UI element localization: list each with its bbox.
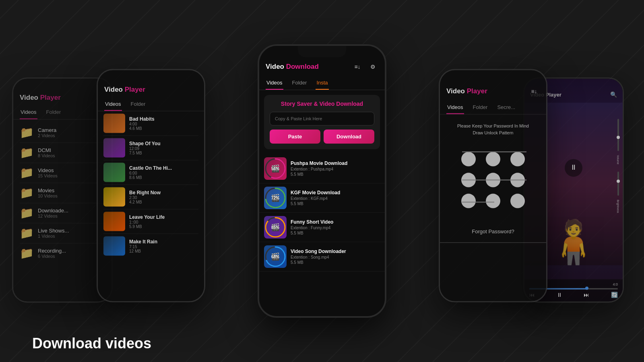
download-ext: Extention : Funny.mp4	[291, 226, 380, 230]
phone-notch	[298, 46, 346, 57]
list-item[interactable]: 🎬 85% Funny Short Video Extention : Funn…	[259, 213, 385, 242]
folder-count: 8 Videos	[38, 153, 55, 158]
list-item[interactable]: 🎬 56% Pushpa Movie Download Extention : …	[259, 154, 385, 183]
progress-ring-kgf: 🎬 72%	[264, 187, 287, 209]
gear-icon[interactable]: ⚙	[367, 61, 378, 72]
tab-folder-left1[interactable]: Folder	[130, 98, 147, 111]
replay-button[interactable]: 🔄	[611, 292, 618, 298]
sort-icon[interactable]: ≡↓	[352, 61, 363, 72]
video-thumb	[103, 163, 125, 182]
paste-button[interactable]: Paste	[270, 130, 320, 144]
pause-button[interactable]: ⏸	[565, 159, 582, 177]
video-name: Shape Of You	[129, 141, 198, 146]
video-name: Castle On The Hi...	[129, 165, 198, 171]
tab-secret-right1[interactable]: Secre...	[496, 101, 516, 114]
phone-left1-screen: Video Player Videos Folder Bad Habits 4:…	[98, 70, 204, 301]
sort-icon[interactable]: ≡↓	[528, 86, 540, 97]
download-button[interactable]: Download	[324, 130, 374, 144]
folder-icon: 📁	[20, 126, 34, 139]
brightness-label: Brightness	[617, 200, 619, 213]
download-name: Pushpa Movie Download	[291, 160, 380, 166]
download-size: 5.5 MB	[291, 202, 380, 206]
forgot-password-link[interactable]: Forgot Password?	[440, 220, 546, 243]
video-thumb	[103, 212, 125, 231]
progress-ring-song: 🎬 68%	[264, 245, 287, 268]
list-item[interactable]: Be Right Now 2:30 4.2 MB	[98, 185, 204, 209]
list-item[interactable]: Shape Of You 12:09 7.5 MB	[98, 136, 204, 160]
download-name: Funny Short Video	[291, 219, 380, 225]
pattern-dot-1[interactable]	[461, 152, 476, 167]
download-name: KGF Movie Download	[291, 190, 380, 195]
download-name: Video Song Downloader	[291, 249, 380, 254]
folder-count: 1 Videos	[38, 234, 69, 239]
video-duration: 7:15	[129, 245, 198, 249]
progress-label-funny: 85%	[264, 216, 287, 239]
pattern-dot-7[interactable]	[461, 194, 476, 208]
play-pause-button[interactable]: ⏸	[557, 292, 562, 298]
video-name: Leave Your Life	[129, 214, 198, 220]
tab-folder-center[interactable]: Folder	[291, 76, 308, 90]
tab-folder-right1[interactable]: Folder	[472, 101, 489, 114]
list-item[interactable]: 🎬 72% KGF Movie Download Extention : KGF…	[259, 183, 385, 213]
folder-name: Movies	[38, 187, 58, 193]
download-size: 5.5 MB	[291, 231, 380, 235]
pattern-dot-6[interactable]	[510, 173, 525, 187]
folder-count: 2 Videos	[38, 133, 56, 138]
video-thumb	[103, 138, 125, 158]
video-thumb	[103, 237, 125, 256]
download-ext: Extention : KGF.mp4	[291, 196, 380, 201]
pattern-dot-5[interactable]	[486, 173, 500, 187]
list-item[interactable]: Make It Rain 7:15 12 MB	[98, 234, 204, 258]
video-thumb	[103, 114, 125, 133]
folder-name: Live Shows...	[38, 228, 69, 234]
video-duration: 6:00	[129, 171, 198, 175]
phone-left1-title: Video Player	[104, 86, 145, 94]
phone-left2-title: Video Player	[20, 94, 61, 102]
tab-folder-left2[interactable]: Folder	[45, 106, 62, 119]
list-item[interactable]: Leave Your Life 1::00 5.9 MB	[98, 210, 204, 234]
phone-left1: Video Player Videos Folder Bad Habits 4:…	[97, 69, 205, 302]
tab-videos-center[interactable]: Videos	[266, 76, 283, 90]
video-thumb	[103, 187, 125, 207]
video-duration: 1::00	[129, 220, 198, 224]
video-list-left1: Bad Habits 4:00 4.6 MB Shape Of You 12:0…	[98, 111, 204, 258]
list-item[interactable]: Castle On The Hi... 6:00 8.6 MB	[98, 160, 204, 185]
phone-right1: Video Player ≡↓ Videos Folder Secre... P…	[439, 69, 547, 302]
tab-videos-right1[interactable]: Videos	[446, 101, 464, 114]
download-list: 🎬 56% Pushpa Movie Download Extention : …	[259, 154, 385, 272]
phone-right1-header: Video Player ≡↓	[440, 70, 546, 101]
video-size: 7.5 MB	[129, 151, 198, 155]
brightness-handle[interactable]	[617, 180, 620, 183]
next-button[interactable]: ⏭	[584, 292, 589, 298]
header-icons: ≡↓	[528, 86, 540, 97]
pattern-dot-9[interactable]	[510, 194, 525, 208]
folder-icon: 📁	[20, 247, 34, 260]
brightness-slider[interactable]	[617, 172, 619, 196]
video-size: 4.2 MB	[129, 200, 198, 204]
folder-count: 10 Videos	[38, 193, 58, 198]
phone-right1-screen: Video Player ≡↓ Videos Folder Secre... P…	[440, 70, 546, 301]
download-ext: Extention : Pushpa.mp4	[291, 167, 380, 171]
list-item[interactable]: Bad Habits 4:00 4.6 MB	[98, 111, 204, 136]
search-icon[interactable]: 🔍	[610, 91, 617, 98]
pattern-dot-8[interactable]	[486, 194, 500, 208]
download-size: 5.5 MB	[291, 260, 380, 265]
folder-name: Downloade...	[38, 208, 68, 214]
tab-videos-left1[interactable]: Videos	[104, 98, 122, 111]
volume-slider[interactable]	[617, 119, 619, 151]
phone-center: Video Download ≡↓ ⚙ Videos Folder Insta …	[258, 44, 386, 318]
tab-insta-center[interactable]: Insta	[316, 76, 328, 90]
pattern-dot-4[interactable]	[461, 173, 476, 187]
download-ext: Extention : Song.mp4	[291, 255, 380, 259]
pattern-dot-3[interactable]	[510, 152, 525, 167]
url-input[interactable]	[270, 112, 374, 125]
video-name: Make It Rain	[129, 239, 198, 245]
folder-icon: 📁	[20, 206, 34, 220]
video-time: 4:0	[613, 282, 618, 286]
pattern-dot-2[interactable]	[486, 152, 500, 167]
progress-label-song: 68%	[264, 245, 287, 268]
button-row: Paste Download	[270, 130, 374, 144]
tab-videos-left2[interactable]: Videos	[20, 106, 37, 119]
volume-handle[interactable]	[617, 136, 620, 139]
list-item[interactable]: 🎬 68% Video Song Downloader Extention : …	[259, 242, 385, 272]
